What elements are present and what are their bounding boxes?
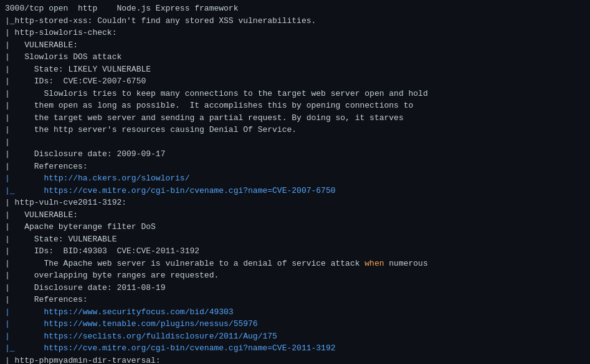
- terminal-line-15: | http://ha.ckers.org/slowloris/: [5, 172, 585, 185]
- terminal-line-24: | Disclosure date: 2011-08-19: [5, 282, 585, 294]
- terminal-line-30: | http-phpmyadmin-dir-traversal:: [5, 355, 585, 365]
- terminal-line-22: | The Apache web server is vulnerable to…: [5, 258, 585, 270]
- terminal-line-18: | VULNERABLE:: [5, 209, 585, 222]
- terminal-line-5: | Slowloris DOS attack: [5, 51, 585, 63]
- terminal-line-27: | https://www.tenable.com/plugins/nessus…: [5, 318, 585, 330]
- terminal-line-11: | the http server's resources causing De…: [5, 124, 585, 136]
- terminal-line-8: | Slowloris tries to keep many connectio…: [5, 88, 585, 100]
- terminal-line-10: | the target web server and sending a pa…: [5, 112, 585, 124]
- terminal-line-4: | VULNERABLE:: [5, 39, 585, 52]
- terminal-line-6: | State: LIKELY VULNERABLE: [5, 63, 585, 76]
- terminal-line-29: |_ https://cve.mitre.org/cgi-bin/cvename…: [5, 342, 585, 355]
- terminal-line-26: | https://www.securityfocus.com/bid/4930…: [5, 306, 585, 319]
- terminal-line-17: | http-vuln-cve2011-3192:: [5, 197, 585, 209]
- terminal-output: 3000/tcp open http Node.js Express frame…: [0, 0, 590, 364]
- terminal-line-3: | http-slowloris-check:: [5, 27, 585, 39]
- terminal-line-1: 3000/tcp open http Node.js Express frame…: [5, 2, 585, 15]
- terminal-line-25: | References:: [5, 294, 585, 306]
- terminal-line-12: |: [5, 136, 585, 149]
- terminal-line-23: | overlapping byte ranges are requested.: [5, 269, 585, 282]
- terminal-line-16: |_ https://cve.mitre.org/cgi-bin/cvename…: [5, 185, 585, 197]
- terminal-line-2: |_http-stored-xss: Couldn't find any sto…: [5, 15, 585, 27]
- terminal-line-20: | State: VULNERABLE: [5, 233, 585, 246]
- terminal-line-7: | IDs: CVE:CVE-2007-6750: [5, 75, 585, 88]
- terminal-line-28: | https://seclists.org/fulldisclosure/20…: [5, 330, 585, 343]
- terminal-line-14: | References:: [5, 161, 585, 173]
- terminal-line-21: | IDs: BID:49303 CVE:CVE-2011-3192: [5, 245, 585, 258]
- terminal-line-13: | Disclosure date: 2009-09-17: [5, 148, 585, 161]
- terminal-line-9: | them open as long as possible. It acco…: [5, 100, 585, 112]
- terminal-line-19: | Apache byterange filter DoS: [5, 221, 585, 233]
